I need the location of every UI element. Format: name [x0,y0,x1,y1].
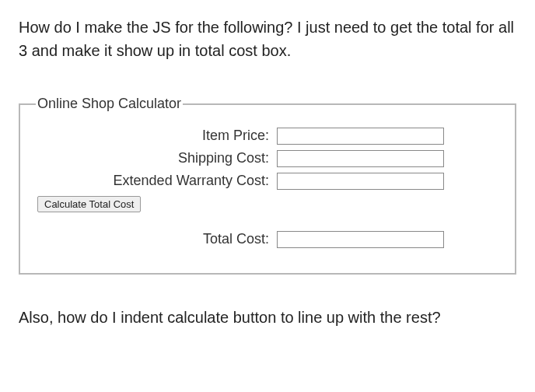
item-price-label: Item Price: [36,125,277,146]
warranty-cost-label: Extended Warranty Cost: [36,170,277,191]
total-cost-input[interactable] [277,231,444,248]
warranty-cost-input[interactable] [277,173,444,190]
question-followup-text: Also, how do I indent calculate button t… [19,306,516,329]
total-cost-row: Total Cost: [36,229,499,250]
question-intro-text: How do I make the JS for the following? … [19,16,516,62]
item-price-input[interactable] [277,128,444,145]
shipping-cost-input[interactable] [277,150,444,167]
warranty-cost-row: Extended Warranty Cost: [36,170,499,191]
total-cost-label: Total Cost: [36,229,277,250]
shipping-cost-row: Shipping Cost: [36,148,499,169]
fieldset-legend: Online Shop Calculator [36,93,183,114]
calculate-button[interactable]: Calculate Total Cost [37,196,141,212]
shipping-cost-label: Shipping Cost: [36,148,277,169]
button-row: Calculate Total Cost [37,194,499,213]
item-price-row: Item Price: [36,125,499,146]
calculator-fieldset: Online Shop Calculator Item Price: Shipp… [19,93,516,275]
